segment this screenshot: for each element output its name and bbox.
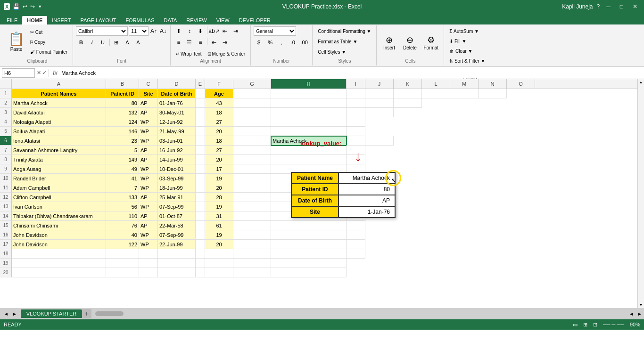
cell-H2[interactable]	[271, 98, 347, 108]
cell-G17[interactable]	[233, 240, 271, 249]
cell-F4[interactable]: 27	[205, 117, 233, 127]
paste-button[interactable]: 📋 Paste	[5, 26, 28, 57]
autosum-button[interactable]: Σ AutoSum ▼	[447, 26, 493, 36]
col-header-D[interactable]: D	[158, 79, 196, 89]
formula-input[interactable]	[61, 68, 642, 78]
zoom-slider[interactable]: ── ─ ──	[603, 322, 624, 327]
function-icon[interactable]: fx	[51, 69, 59, 76]
row-number[interactable]: 1	[0, 89, 12, 98]
increase-indent-button[interactable]: ⇥	[220, 38, 230, 47]
cell-D12[interactable]: 25-Mar-91	[158, 193, 196, 202]
cell-D10[interactable]: 03-Sep-99	[158, 174, 196, 183]
tab-home[interactable]: HOME	[22, 16, 47, 24]
cell-E19[interactable]	[196, 259, 205, 268]
normal-view-icon[interactable]: ▭	[573, 322, 578, 328]
cell-E3[interactable]	[196, 108, 205, 117]
fill-color-button[interactable]: A	[122, 38, 132, 47]
cell-styles-button[interactable]: Cell Styles ▼	[315, 47, 373, 57]
cell-D9[interactable]: 10-Dec-01	[158, 164, 196, 174]
cell-E11[interactable]	[196, 183, 205, 193]
cell-D13[interactable]: 07-Sep-99	[158, 202, 196, 211]
cell-G5[interactable]	[233, 127, 271, 136]
cell-I4[interactable]	[347, 117, 365, 127]
lookup-val-dob[interactable]: AP	[339, 195, 395, 206]
cell-J3[interactable]	[365, 108, 394, 117]
cell-D7[interactable]: 16-Jun-92	[158, 146, 196, 155]
copy-button[interactable]: ⎘ Copy	[28, 37, 70, 47]
close-button[interactable]: ✕	[630, 3, 640, 10]
align-center-button[interactable]: ☰	[184, 38, 195, 47]
cell-A13[interactable]: Ivan Carlson	[12, 202, 106, 211]
align-middle-button[interactable]: ↕	[184, 26, 195, 36]
bold-button[interactable]: B	[76, 38, 86, 47]
row-number[interactable]: 19	[0, 259, 12, 268]
tab-formulas[interactable]: FORMULAS	[121, 16, 159, 24]
maximize-button[interactable]: □	[617, 3, 626, 10]
underline-button[interactable]: U	[98, 38, 108, 47]
cell-A3[interactable]: David Ailaotui	[12, 108, 106, 117]
cell-D3[interactable]: 30-May-01	[158, 108, 196, 117]
cell-H3[interactable]	[271, 108, 347, 117]
indent-decrease-button[interactable]: ⇤	[220, 26, 230, 36]
conditional-formatting-button[interactable]: Conditional Formatting ▼	[315, 26, 373, 36]
cell-A1[interactable]: Patient Names	[12, 89, 106, 98]
currency-button[interactable]: $	[254, 38, 264, 47]
cell-A18[interactable]	[12, 249, 106, 259]
cell-H7[interactable]	[271, 146, 347, 155]
cell-D5[interactable]: 21-May-99	[158, 127, 196, 136]
cell-F18[interactable]	[205, 249, 233, 259]
cell-C4[interactable]: WP	[139, 117, 158, 127]
cell-F15[interactable]: 61	[205, 221, 233, 230]
col-header-I[interactable]: I	[347, 79, 365, 89]
row-number[interactable]: 7	[0, 146, 12, 155]
cell-G11[interactable]	[233, 183, 271, 193]
cell-B18[interactable]	[106, 249, 139, 259]
decrease-decimal-button[interactable]: .0	[288, 38, 298, 47]
comma-button[interactable]: ,	[276, 38, 287, 47]
col-header-L[interactable]: L	[422, 79, 450, 89]
cell-B1[interactable]: Patient ID	[106, 89, 139, 98]
cell-G1[interactable]	[233, 89, 271, 98]
cell-C18[interactable]	[139, 249, 158, 259]
cell-G13[interactable]	[233, 202, 271, 211]
cell-B6[interactable]: 23	[106, 136, 139, 146]
delete-button[interactable]: ⊖ Delete	[400, 26, 419, 58]
cell-I16[interactable]	[347, 230, 365, 240]
lookup-key-patient-name[interactable]: Patient Name	[291, 172, 339, 184]
cell-I5[interactable]	[347, 127, 365, 136]
quick-access-save[interactable]: 💾	[13, 3, 20, 10]
cell-F9[interactable]: 17	[205, 164, 233, 174]
cell-H18[interactable]	[271, 249, 347, 259]
minimize-button[interactable]: ─	[603, 3, 613, 10]
cell-I17[interactable]	[347, 240, 365, 249]
cell-C6[interactable]: WP	[139, 136, 158, 146]
add-sheet-button[interactable]: +	[82, 309, 91, 318]
cell-A10[interactable]: Randell Brider	[12, 174, 106, 183]
cell-J1[interactable]	[365, 89, 394, 98]
cell-G3[interactable]	[233, 108, 271, 117]
col-header-B[interactable]: B	[106, 79, 139, 89]
tab-insert[interactable]: INSERT	[47, 16, 75, 24]
cell-C2[interactable]: AP	[139, 98, 158, 108]
format-as-table-button[interactable]: Format as Table ▼	[315, 37, 373, 46]
cell-E7[interactable]	[196, 146, 205, 155]
cell-reference-box[interactable]	[2, 68, 35, 78]
cell-A8[interactable]: Trinity Asiata	[12, 155, 106, 164]
cell-B19[interactable]	[106, 259, 139, 268]
cell-D4[interactable]: 12-Jun-92	[158, 117, 196, 127]
cell-C15[interactable]: AP	[139, 221, 158, 230]
row-number[interactable]: 12	[0, 193, 12, 202]
help-icon[interactable]: ?	[597, 3, 600, 10]
cell-D18[interactable]	[158, 249, 196, 259]
cell-G18[interactable]	[233, 249, 271, 259]
cell-H4[interactable]	[271, 117, 347, 127]
cell-D11[interactable]: 18-Jun-99	[158, 183, 196, 193]
cell-B17[interactable]: 122	[106, 240, 139, 249]
cell-D1[interactable]: Date of Birth	[158, 89, 196, 98]
cell-G9[interactable]	[233, 164, 271, 174]
sheet-tab-vlookup-starter[interactable]: VLOOKUP STARTER	[21, 309, 82, 318]
cell-A6[interactable]: Iona Alatasi	[12, 136, 106, 146]
page-layout-icon[interactable]: ⊞	[583, 322, 587, 328]
cell-F13[interactable]: 19	[205, 202, 233, 211]
font-color-button[interactable]: A	[133, 38, 143, 47]
